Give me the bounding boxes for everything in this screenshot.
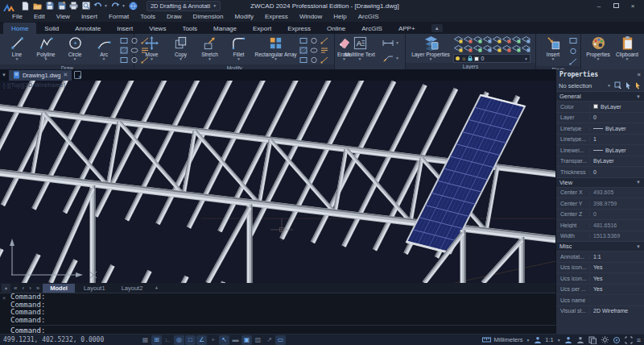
property-value[interactable]: 1513.5369 <box>590 233 644 239</box>
layer-tool-icon[interactable] <box>473 35 482 44</box>
plot-preview-icon[interactable] <box>81 2 90 10</box>
modify-tool-icon[interactable] <box>298 45 308 55</box>
save-icon[interactable] <box>45 2 54 10</box>
modify-tool-icon[interactable] <box>298 35 308 45</box>
menu-window[interactable]: Window <box>294 13 328 20</box>
units-icon[interactable] <box>482 335 491 344</box>
document-tab[interactable]: Drawing1.dwg ✕ <box>9 70 72 81</box>
layer-tool-icon[interactable] <box>521 44 530 53</box>
layer-tool-icon[interactable] <box>492 44 502 53</box>
new-file-icon[interactable] <box>21 2 30 10</box>
ribbon-tab-manage[interactable]: Manage <box>205 23 245 34</box>
auto-annotation-icon[interactable] <box>576 335 585 344</box>
gear-icon[interactable] <box>601 335 609 344</box>
cursor-toggle[interactable]: ↖ <box>219 335 229 345</box>
dimension-row[interactable]: ▼ <box>382 35 399 50</box>
block-attach-icon[interactable] <box>568 46 578 56</box>
layer-tool-icon[interactable] <box>511 44 521 53</box>
layer-tool-icon[interactable] <box>511 35 521 44</box>
isolate-icon[interactable] <box>613 335 621 344</box>
menu-express[interactable]: Express <box>259 13 294 20</box>
units-label[interactable]: Millimeters <box>494 336 523 343</box>
rectangular-array-button[interactable]: Rectangular Array▼ <box>253 35 298 61</box>
property-value[interactable]: 0 <box>590 169 644 175</box>
draw-tool-icon[interactable] <box>118 35 129 45</box>
ribbon-tab-views[interactable]: Views <box>141 23 174 34</box>
property-value[interactable]: ByLayer <box>590 158 644 164</box>
property-value[interactable]: Yes <box>590 276 644 281</box>
property-value[interactable]: ByLayer <box>590 148 644 153</box>
maximize-button[interactable] <box>608 1 624 10</box>
close-command-icon[interactable]: ✕ <box>2 295 6 301</box>
section-header-general[interactable]: General▼ <box>556 91 644 101</box>
stretch-button[interactable]: Stretch▼ <box>195 35 224 61</box>
layer-tool-icon[interactable] <box>453 44 463 53</box>
multiline-text-button[interactable]: AMultiline Text▼ <box>337 35 382 61</box>
lineweight-toggle[interactable]: ▬ <box>230 335 241 345</box>
undo-icon[interactable] <box>93 2 102 10</box>
copy-button[interactable]: Copy▼ <box>166 35 195 61</box>
layout-tab-model[interactable]: Model <box>43 284 75 293</box>
ortho-toggle[interactable]: ∟ <box>163 335 173 345</box>
section-header-misc[interactable]: Misc▼ <box>556 241 644 251</box>
chevron-down-icon[interactable]: ▼ <box>122 3 126 8</box>
property-value[interactable]: ByLayer <box>590 104 644 110</box>
expand-command-icon[interactable]: ▲ <box>2 284 10 292</box>
open-file-icon[interactable] <box>33 2 42 10</box>
clipboard-button[interactable]: Clipboard▼ <box>613 35 642 61</box>
next-tab-icon[interactable]: › <box>27 285 33 292</box>
annotation-scale-icon[interactable] <box>533 335 542 344</box>
property-value[interactable]: ByLayer <box>590 126 644 131</box>
selection-dropdown[interactable]: No selection <box>559 82 592 89</box>
menu-format[interactable]: Format <box>103 13 134 20</box>
dyn-input-toggle[interactable]: + <box>208 335 218 345</box>
menu-file[interactable]: File <box>6 13 28 20</box>
modify-tool-icon[interactable] <box>319 45 329 55</box>
switch-workspace-icon[interactable] <box>588 335 597 344</box>
grid-toggle[interactable]: ▦ <box>140 335 151 345</box>
ribbon-tab-solid[interactable]: Solid <box>36 23 67 34</box>
ribbon-collapse-icon[interactable]: ▲ <box>431 24 443 32</box>
annotation-visibility-icon[interactable] <box>564 335 573 344</box>
layer-tool-icon[interactable] <box>482 44 492 53</box>
close-button[interactable]: × <box>625 1 641 10</box>
ribbon-tab-annotate[interactable]: Annotate <box>67 23 109 34</box>
ribbon-tab-app[interactable]: APP+ <box>390 23 423 34</box>
ribbon-tab-online[interactable]: Online <box>319 23 353 34</box>
ribbon-tab-tools[interactable]: Tools <box>174 23 205 34</box>
property-value[interactable]: 1:1 <box>590 254 644 260</box>
layer-tool-icon[interactable] <box>492 35 502 44</box>
ribbon-tab-express[interactable]: Express <box>279 23 319 34</box>
property-value[interactable]: 1 <box>590 136 644 142</box>
ribbon-tab-home[interactable]: Home <box>3 23 36 34</box>
menu-insert[interactable]: Insert <box>76 13 103 20</box>
fullscreen-icon[interactable] <box>625 335 634 344</box>
first-tab-icon[interactable]: « <box>12 285 19 292</box>
layer-tool-icon[interactable] <box>482 35 492 44</box>
modify-tool-icon[interactable] <box>298 55 308 64</box>
insert-button[interactable]: Insert▼ <box>539 35 568 61</box>
menu-view[interactable]: View <box>51 13 76 20</box>
modify-tool-icon[interactable] <box>319 55 329 64</box>
ribbon-tab-insert[interactable]: Insert <box>109 23 141 34</box>
layer-tool-icon[interactable] <box>453 35 463 44</box>
modify-tool-icon[interactable] <box>319 35 329 45</box>
property-value[interactable]: 493.605 <box>590 189 644 195</box>
chevron-down-icon[interactable]: ▼ <box>104 3 108 8</box>
quick-select-icon[interactable] <box>614 81 622 89</box>
layer-tool-icon[interactable] <box>463 44 473 53</box>
property-value[interactable]: Yes <box>590 264 644 270</box>
properties-button[interactable]: Properties▼ <box>584 35 613 61</box>
close-icon[interactable]: ✕ <box>637 71 641 78</box>
select-objects-icon[interactable] <box>624 81 632 89</box>
menu-edit[interactable]: Edit <box>28 13 51 20</box>
close-icon[interactable]: ✕ <box>63 72 68 78</box>
new-document-icon[interactable] <box>74 71 81 79</box>
line-button[interactable]: Line▼ <box>2 35 31 61</box>
draw-tool-icon[interactable] <box>118 45 129 55</box>
annotation-scale-value[interactable]: 1:1 <box>545 336 553 343</box>
layout-tab-layout2[interactable]: Layout2 <box>114 284 151 293</box>
property-value[interactable]: 2D Wireframe <box>590 308 644 314</box>
polyline-button[interactable]: Polyline▼ <box>31 35 60 61</box>
menu-help[interactable]: Help <box>328 13 352 20</box>
